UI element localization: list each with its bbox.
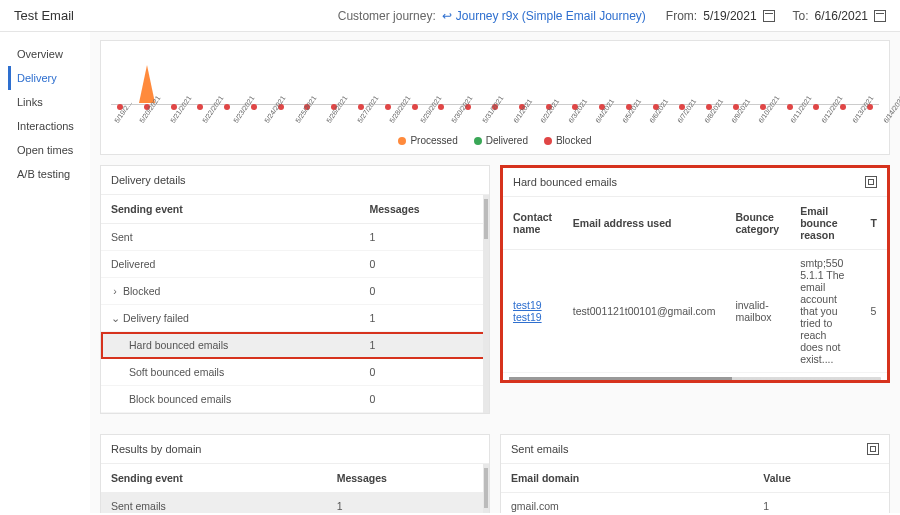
row-label: Blocked (123, 285, 160, 297)
col-t[interactable]: T (861, 197, 887, 250)
cell: test001121t00101@gmail.com (563, 250, 726, 373)
chevron-down-icon[interactable]: ⌄ (111, 312, 119, 324)
card-title: Delivery details (111, 174, 186, 186)
data-point[interactable] (224, 104, 230, 110)
col-messages[interactable]: Messages (360, 195, 490, 224)
chevron-right-icon[interactable]: › (111, 285, 119, 297)
cell: gmail.com (501, 493, 753, 514)
table-row[interactable]: Soft bounced emails0 (101, 359, 489, 386)
legend-label: Blocked (556, 135, 592, 146)
contact-link[interactable]: test19 test19 (513, 299, 542, 323)
back-arrow-icon[interactable]: ↩ (442, 9, 452, 23)
page-title: Test Email (14, 8, 338, 23)
sidebar-item-interactions[interactable]: Interactions (8, 114, 90, 138)
row-value: 0 (360, 278, 490, 305)
sidebar-item-open-times[interactable]: Open times (8, 138, 90, 162)
col-messages[interactable]: Messages (327, 464, 489, 493)
axis-tick: 6/1/2021 (512, 98, 533, 124)
row-label: Block bounced emails (129, 393, 231, 405)
col-sending-event[interactable]: Sending event (101, 195, 360, 224)
axis-tick: 6/14/2021 (882, 94, 900, 124)
delivery-details-card: Delivery details Sending event Messages … (100, 165, 490, 414)
data-point[interactable] (438, 104, 444, 110)
legend-label: Delivered (486, 135, 528, 146)
from-date-value[interactable]: 5/19/2021 (703, 9, 756, 23)
col-value[interactable]: Value (753, 464, 889, 493)
col-sending-event[interactable]: Sending event (101, 464, 327, 493)
export-icon[interactable] (867, 443, 879, 455)
col-email-domain[interactable]: Email domain (501, 464, 753, 493)
table-row[interactable]: gmail.com1 (501, 493, 889, 514)
axis-tick: 6/6/2021 (648, 98, 669, 124)
cell: smtp;550 5.1.1 The email account that yo… (790, 250, 860, 373)
card-title: Hard bounced emails (513, 176, 617, 188)
dot-icon (398, 137, 406, 145)
axis-tick: 6/8/2021 (703, 98, 724, 124)
table-row[interactable]: Sent emails1 (101, 493, 489, 514)
calendar-icon[interactable] (763, 10, 775, 22)
dot-icon (544, 137, 552, 145)
table-row[interactable]: Hard bounced emails1 (101, 332, 489, 359)
row-label: Soft bounced emails (129, 366, 224, 378)
sidebar-item-a-b-testing[interactable]: A/B testing (8, 162, 90, 186)
cell: 1 (327, 493, 489, 514)
to-date-value[interactable]: 6/16/2021 (815, 9, 868, 23)
sent-emails-card: Sent emails Email domain Value gmail.com… (500, 434, 890, 513)
col-bounce-reason[interactable]: Email bounce reason (790, 197, 860, 250)
legend-delivered[interactable]: Delivered (474, 135, 528, 146)
table-row[interactable]: test19 test19test001121t00101@gmail.comi… (503, 250, 887, 373)
results-by-domain-card: Results by domain Sending event Messages… (100, 434, 490, 513)
cell: invalid-mailbox (725, 250, 790, 373)
axis-tick: 6/7/2021 (676, 98, 697, 124)
scrollbar[interactable] (483, 464, 489, 513)
data-point[interactable] (787, 104, 793, 110)
data-point[interactable] (251, 104, 257, 110)
legend-blocked[interactable]: Blocked (544, 135, 592, 146)
table-row[interactable]: Sent1 (101, 224, 489, 251)
axis-tick: 5/19/2... (113, 99, 133, 124)
col-contact-name[interactable]: Contact name (503, 197, 563, 250)
row-value: 1 (360, 332, 490, 359)
row-value: 0 (360, 251, 490, 278)
card-title: Sent emails (511, 443, 568, 455)
axis-tick: 6/5/2021 (621, 98, 642, 124)
axis-tick: 6/9/2021 (730, 98, 751, 124)
sidebar-item-overview[interactable]: Overview (8, 42, 90, 66)
axis-tick: 6/4/2021 (594, 98, 615, 124)
sidebar: OverviewDeliveryLinksInteractionsOpen ti… (0, 32, 90, 513)
col-bounce-category[interactable]: Bounce category (725, 197, 790, 250)
table-row[interactable]: ›Blocked0 (101, 278, 489, 305)
axis-tick: 6/3/2021 (567, 98, 588, 124)
sidebar-item-links[interactable]: Links (8, 90, 90, 114)
table-row[interactable]: ⌄Delivery failed1 (101, 305, 489, 332)
export-icon[interactable] (865, 176, 877, 188)
from-label: From: (666, 9, 697, 23)
row-value: 0 (360, 386, 490, 413)
row-label: Sent (111, 231, 133, 243)
journey-link[interactable]: Journey r9x (Simple Email Journey) (456, 9, 646, 23)
dot-icon (474, 137, 482, 145)
row-label: Delivered (111, 258, 155, 270)
cell: Sent emails (101, 493, 327, 514)
cell: 1 (753, 493, 889, 514)
data-point[interactable] (197, 104, 203, 110)
horizontal-scrollbar[interactable] (509, 377, 881, 380)
row-label: Delivery failed (123, 312, 189, 324)
sidebar-item-delivery[interactable]: Delivery (8, 66, 90, 90)
hard-bounced-card: Hard bounced emails Contact name Email a… (500, 165, 890, 383)
table-row[interactable]: Delivered0 (101, 251, 489, 278)
row-label: Hard bounced emails (129, 339, 228, 351)
calendar-icon[interactable] (874, 10, 886, 22)
col-email-used[interactable]: Email address used (563, 197, 726, 250)
row-value: 1 (360, 305, 490, 332)
data-point[interactable] (412, 104, 418, 110)
timeline-chart-card: 5/19/2...5/20/20215/21/20215/22/20215/23… (100, 40, 890, 155)
scrollbar[interactable] (483, 195, 489, 413)
data-point[interactable] (840, 104, 846, 110)
data-point[interactable] (385, 104, 391, 110)
legend-processed[interactable]: Processed (398, 135, 457, 146)
table-row[interactable]: Block bounced emails0 (101, 386, 489, 413)
row-value: 1 (360, 224, 490, 251)
data-point[interactable] (813, 104, 819, 110)
row-value: 0 (360, 359, 490, 386)
